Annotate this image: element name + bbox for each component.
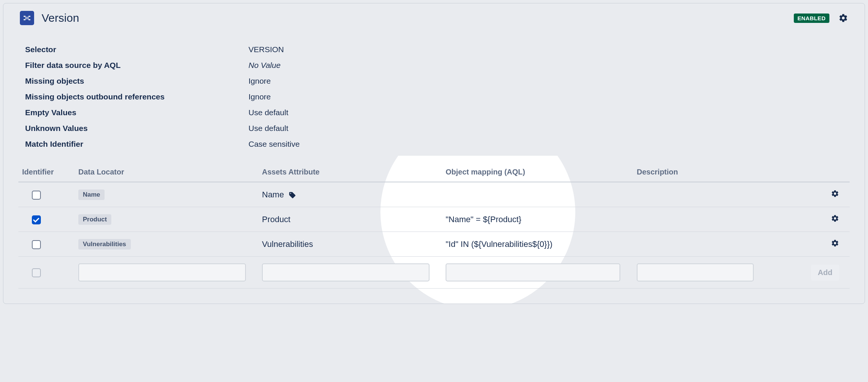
tag-icon (289, 191, 296, 199)
prop-value: Ignore (248, 73, 271, 89)
prop-value: VERSION (248, 42, 284, 57)
table-row: Product Product "Name" = ${Product} (18, 207, 850, 232)
prop-row: Unknown Values Use default (25, 120, 843, 136)
version-panel: Version ENABLED Selector VERSION Filter … (3, 3, 865, 304)
identifier-checkbox-disabled (32, 268, 41, 277)
assets-attribute-select[interactable] (262, 263, 430, 281)
status-badge: ENABLED (794, 14, 829, 23)
prop-label: Match Identifier (25, 136, 248, 152)
table-add-row: Add (18, 257, 850, 289)
col-object-mapping: Object mapping (AQL) (442, 162, 633, 182)
prop-row: Missing objects Ignore (25, 73, 843, 89)
col-data-locator: Data Locator (75, 162, 258, 182)
panel-title: Version (42, 12, 79, 24)
identifier-checkbox[interactable] (32, 240, 41, 249)
object-mapping-value: "Name" = ${Product} (446, 215, 521, 224)
prop-row: Match Identifier Case sensitive (25, 136, 843, 152)
properties-section: Selector VERSION Filter data source by A… (3, 30, 865, 156)
assets-attribute-value: Product (262, 215, 290, 224)
identifier-checkbox[interactable] (32, 191, 41, 200)
prop-row: Empty Values Use default (25, 105, 843, 120)
prop-label: Missing objects outbound references (25, 89, 248, 105)
prop-label: Empty Values (25, 105, 248, 120)
col-description: Description (633, 162, 807, 182)
row-settings-button[interactable] (831, 189, 839, 198)
mapping-table: Identifier Data Locator Assets Attribute… (18, 162, 850, 289)
object-mapping-value: "Id" IN (${Vulnerabilities${0}}) (446, 239, 552, 249)
prop-row: Filter data source by AQL No Value (25, 57, 843, 73)
prop-label: Filter data source by AQL (25, 57, 248, 73)
col-actions (807, 162, 850, 182)
data-locator-select[interactable] (78, 263, 246, 281)
data-locator-select-wrap (78, 263, 246, 281)
col-identifier: Identifier (18, 162, 75, 182)
row-settings-button[interactable] (831, 214, 839, 223)
gear-icon (831, 239, 839, 247)
prop-value: Case sensitive (248, 136, 300, 152)
assets-attribute-value: Vulnerabilities (262, 239, 313, 249)
data-locator-chip: Name (78, 189, 105, 200)
description-input[interactable] (637, 263, 754, 281)
gear-icon (831, 214, 839, 223)
add-button[interactable]: Add (811, 265, 839, 281)
prop-row: Missing objects outbound references Igno… (25, 89, 843, 105)
object-type-icon (20, 11, 34, 25)
prop-value: Use default (248, 120, 288, 136)
prop-label: Selector (25, 42, 248, 57)
identifier-checkbox[interactable] (32, 215, 41, 224)
data-locator-chip: Product (78, 214, 111, 225)
prop-value: No Value (248, 57, 281, 73)
col-assets-attribute: Assets Attribute (258, 162, 442, 182)
prop-row: Selector VERSION (25, 42, 843, 57)
panel-settings-button[interactable] (838, 13, 848, 23)
panel-header: Version ENABLED (3, 3, 865, 30)
prop-label: Unknown Values (25, 120, 248, 136)
assets-attribute-select-wrap (262, 263, 430, 281)
data-locator-chip: Vulnerabilities (78, 239, 131, 250)
gear-icon (831, 189, 839, 198)
assets-attribute-value: Name (262, 190, 284, 199)
gear-icon (838, 13, 848, 23)
mapping-table-section: Identifier Data Locator Assets Attribute… (3, 156, 865, 304)
prop-value: Ignore (248, 89, 271, 105)
row-settings-button[interactable] (831, 239, 839, 247)
panel-header-left: Version (20, 11, 794, 25)
panel-frame: Version ENABLED Selector VERSION Filter … (3, 3, 865, 304)
prop-label: Missing objects (25, 73, 248, 89)
table-row: Vulnerabilities Vulnerabilities "Id" IN … (18, 232, 850, 257)
object-mapping-input[interactable] (446, 263, 620, 281)
table-row: Name Name (18, 182, 850, 207)
prop-value: Use default (248, 105, 288, 120)
